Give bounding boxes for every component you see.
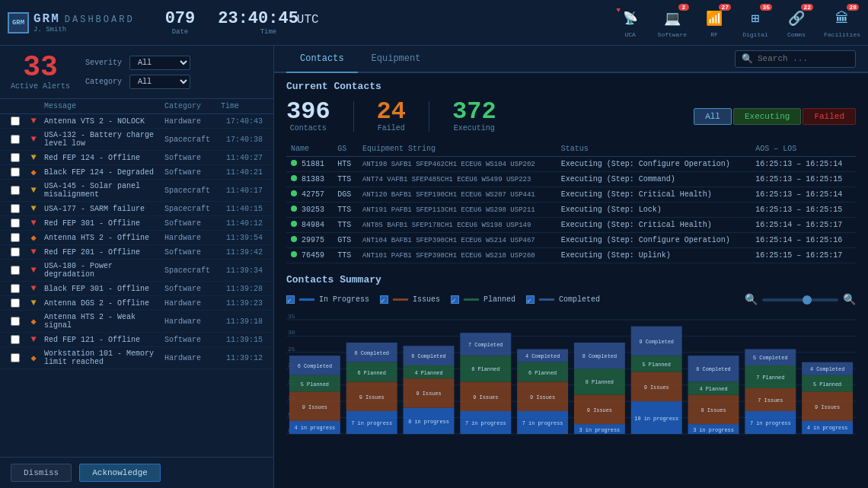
table-row[interactable]: 42757 DGS ANT120 BAFB1 SFEP190CH1 ECEU6 … [286, 187, 856, 203]
category-select[interactable]: AllHardwareSoftwareSpacecraft [129, 75, 190, 89]
alert-row[interactable]: ▼ USA-180 - Power degradation Spacecraft… [0, 260, 273, 282]
inprogress-checkbox[interactable]: ✓ [286, 295, 295, 304]
contact-equip: ANT85 BAFB1 SFEP178CH1 ECEU6 WS198 USP14… [358, 218, 557, 233]
alert-checkbox[interactable] [11, 135, 20, 144]
contact-gs: HTS [333, 157, 358, 172]
search-bar: 🔍 [735, 50, 856, 68]
alert-row[interactable]: ◆ Workstation 101 - Memory limit reached… [0, 347, 273, 369]
software-badge: 2 [678, 4, 689, 11]
nav-icon-digital[interactable]: ⊞ 35 Digital [742, 7, 769, 38]
contacts-title: Current Contacts [286, 81, 856, 92]
completed-checkbox[interactable]: ✓ [526, 295, 535, 304]
chart-area: 051015202530354 in progress9 Issues5 Pla… [286, 312, 856, 442]
alerts-list: ▼ Antenna VTS 2 - NOLOCK Hardware 17:40:… [0, 114, 273, 457]
nav-icon-comms[interactable]: 🔗 22 Comms [783, 7, 810, 38]
alert-time: 17:40:43 [221, 117, 263, 126]
alert-row[interactable]: ▼ Red FEP 124 - Offline Software 11:40:2… [0, 151, 273, 165]
svg-text:9 Issues: 9 Issues [530, 394, 555, 400]
executing-contacts-label: Executing [452, 124, 496, 132]
table-row[interactable]: 30253 TTS ANT191 PAFB1 SFEP113CH1 ECEU6 … [286, 203, 856, 218]
search-input[interactable] [758, 54, 849, 63]
status-dot [291, 251, 297, 257]
dismiss-button[interactable]: Dismiss [11, 464, 72, 482]
date-number: 079 [165, 9, 196, 28]
alerts-header: 33 Active Alerts Severity AllHighMediumL… [0, 46, 273, 99]
zoom-slider[interactable] [762, 298, 838, 301]
sev-red-icon: ▼ [30, 134, 36, 145]
alert-checkbox[interactable] [11, 153, 20, 162]
status-dot [291, 236, 297, 242]
alert-checkbox[interactable] [11, 204, 20, 213]
svg-text:4 Planned: 4 Planned [414, 370, 442, 376]
svg-text:4 Completed: 4 Completed [810, 366, 844, 372]
alert-row[interactable]: ◆ Antenna HTS 2 - Offline Hardware 11:39… [0, 231, 273, 245]
zoom-minus-icon[interactable]: 🔍 [745, 293, 758, 306]
alert-row[interactable]: ▼ Antenna VTS 2 - NOLOCK Hardware 17:40:… [0, 114, 273, 129]
date-time: 079 Date 23:40:45 UTC Time [165, 9, 319, 36]
acknowledge-button[interactable]: Acknowledge [79, 464, 161, 482]
nav-icon-rf[interactable]: 📶 27 RF [700, 7, 728, 38]
alert-checkbox[interactable] [11, 353, 20, 362]
alert-row[interactable]: ▼ Red FEP 121 - Offline Software 11:39:1… [0, 333, 273, 347]
severity-select[interactable]: AllHighMediumLow [129, 56, 190, 70]
alert-row[interactable]: ▼ Red FEP 201 - Offline Software 11:39:4… [0, 245, 273, 260]
nav-icon-uca[interactable]: ▼ 📡 UCA [617, 7, 644, 38]
zoom-plus-icon[interactable]: 🔍 [843, 293, 856, 306]
issues-checkbox[interactable]: ✓ [380, 295, 388, 304]
alert-checkbox[interactable] [11, 317, 20, 326]
alert-row[interactable]: ▼ USA-177 - SARM failure Spacecraft 11:4… [0, 202, 273, 216]
alert-row[interactable]: ◆ Antenna HTS 2 - Weak signal Hardware 1… [0, 311, 273, 333]
alert-row[interactable]: ▼ Antenna DGS 2 - Offline Hardware 11:39… [0, 296, 273, 311]
alert-row[interactable]: ▼ Black FEP 301 - Offline Software 11:39… [0, 282, 273, 296]
alert-message: Red FEP 201 - Offline [44, 248, 161, 257]
table-row[interactable]: 76459 TTS ANT101 PAFB1 SFEP398CH1 ECEU6 … [286, 248, 856, 263]
sev-yellow-icon: ▼ [30, 152, 36, 163]
planned-checkbox[interactable]: ✓ [451, 295, 459, 304]
alert-checkbox[interactable] [11, 284, 20, 293]
tab-equipment[interactable]: Equipment [358, 46, 435, 73]
table-row[interactable]: 81383 TTS ANT74 VAFB1 SFEP485CH1 ECEU6 W… [286, 172, 856, 187]
alert-checkbox[interactable] [11, 266, 20, 275]
contacts-table-body: 51881 HTS ANT198 SAFB1 SFEP462CH1 ECEU6 … [286, 157, 856, 263]
alert-checkbox[interactable] [11, 116, 20, 126]
alert-row[interactable]: ◆ Black FEP 124 - Degraded Software 11:4… [0, 165, 273, 180]
svg-text:9 Issues: 9 Issues [644, 384, 669, 391]
brand-subtitle: DASHBOARD [65, 14, 135, 25]
alert-checkbox[interactable] [11, 247, 20, 257]
filter-executing-btn[interactable]: Executing [733, 108, 801, 125]
table-row[interactable]: 51881 HTS ANT198 SAFB1 SFEP462CH1 ECEU6 … [286, 157, 856, 172]
facilities-label: Facilities [824, 31, 860, 38]
alert-row[interactable]: ▼ USA-145 - Solar panel misalignment Spa… [0, 180, 273, 202]
filter-all-btn[interactable]: All [694, 108, 732, 125]
sev-red-icon: ▼ [30, 265, 36, 276]
completed-label: Completed [559, 295, 600, 304]
alert-checkbox[interactable] [11, 218, 20, 228]
alert-row[interactable]: ▼ Red FEP 301 - Offline Software 11:40:1… [0, 216, 273, 231]
nav-icon-software[interactable]: 💻 2 Software [658, 7, 687, 38]
tab-contacts[interactable]: Contacts [286, 46, 358, 73]
table-row[interactable]: 84984 TTS ANT85 BAFB1 SFEP178CH1 ECEU6 W… [286, 218, 856, 233]
alert-checkbox[interactable] [11, 186, 20, 195]
table-row[interactable]: 29975 GTS ANT104 BAFB1 SFEP390CH1 ECEU6 … [286, 233, 856, 248]
sev-yellow-icon: ▼ [30, 203, 36, 214]
contact-aos-los: 16:25:13 – 16:25:14 [751, 157, 856, 172]
legend-issues[interactable]: ✓ Issues [380, 295, 440, 304]
filter-group: Severity AllHighMediumLow Category AllHa… [85, 56, 190, 89]
summary-section: Contacts Summary ✓ In Progress ✓ Issues … [286, 274, 856, 442]
svg-text:7 in progress: 7 in progress [750, 420, 791, 426]
alert-severity: ◆ [29, 167, 38, 177]
alert-time: 11:39:54 [221, 234, 263, 242]
svg-text:7 Planned: 7 Planned [756, 375, 784, 381]
legend-planned[interactable]: ✓ Planned [451, 295, 515, 304]
legend-inprogress[interactable]: ✓ In Progress [286, 295, 369, 304]
alert-checkbox[interactable] [11, 298, 20, 308]
nav-icon-facilities[interactable]: 🏛 28 Facilities [824, 7, 860, 38]
alert-row[interactable]: ▼ USA-132 - Battery charge level low Spa… [0, 129, 273, 151]
filter-failed-btn[interactable]: Failed [803, 108, 856, 125]
alert-checkbox[interactable] [11, 167, 20, 177]
alert-checkbox[interactable] [11, 233, 20, 242]
alert-checkbox[interactable] [11, 335, 20, 344]
alert-severity: ▼ [29, 135, 38, 144]
legend-completed[interactable]: ✓ Completed [526, 295, 600, 304]
alert-severity: ▼ [29, 298, 38, 308]
